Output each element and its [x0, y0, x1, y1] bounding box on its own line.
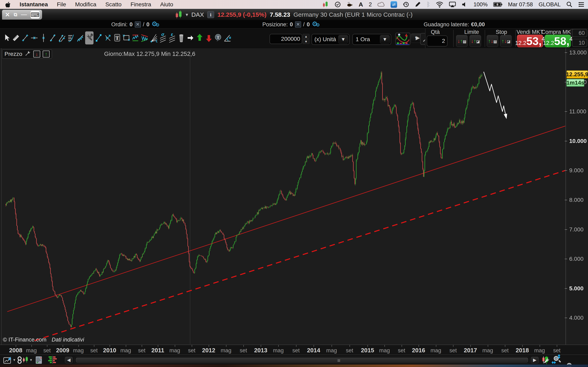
- battery-icon[interactable]: [493, 0, 502, 8]
- volume-icon[interactable]: [462, 0, 468, 8]
- prorealtime-status-icon[interactable]: [322, 0, 329, 8]
- buy-arrow-tool[interactable]: [195, 31, 204, 44]
- sell-limit-order-button[interactable]: ↓↑▤: [456, 35, 467, 47]
- buy-limit-order-button[interactable]: ↓↑◪: [470, 35, 481, 47]
- chart-scrollbar[interactable]: ≡: [75, 357, 529, 363]
- quantity-input[interactable]: 200000: [269, 34, 302, 44]
- price-tick: [565, 259, 567, 259]
- buy-stop-order-icon: ↑↓◪: [502, 38, 510, 44]
- parallel-lines-tool[interactable]: [58, 31, 66, 44]
- text-tool[interactable]: T: [113, 31, 121, 44]
- note-tool[interactable]: T: [214, 31, 222, 44]
- expand-panel-chevron-icon[interactable]: ▶: [416, 35, 420, 41]
- sell-stop-order-button[interactable]: ↑↓▤: [487, 35, 498, 47]
- notification-center-icon[interactable]: [578, 0, 584, 8]
- market-depth-button[interactable]: [48, 356, 57, 364]
- rectangle-tool[interactable]: [122, 31, 130, 44]
- skype-status-icon[interactable]: [335, 0, 341, 8]
- indicator-button[interactable]: [395, 33, 410, 45]
- quick-sell-icon[interactable]: ↓: [33, 50, 40, 58]
- drawing-tools[interactable]: [85, 31, 94, 44]
- instrument-info-icon[interactable]: i: [207, 11, 214, 18]
- bluetooth-icon[interactable]: ᛒ: [426, 0, 430, 8]
- wifi-icon[interactable]: [436, 0, 443, 8]
- continue-arrow-tool[interactable]: [186, 31, 195, 44]
- segment-tool[interactable]: [21, 31, 29, 44]
- time-machine-status-icon[interactable]: [403, 0, 409, 8]
- caffeine-status-icon[interactable]: [346, 0, 353, 8]
- trading-panel: Qtà 2 Limite ↓↑▤ ↓↑◪ Stop ↑↓▤ ↑↓◪ Vendi …: [425, 29, 588, 48]
- time-tick: [557, 345, 557, 347]
- chart-scrollbar-thumb[interactable]: ≡: [76, 358, 528, 363]
- chart-settings-button[interactable]: [541, 356, 550, 364]
- spotlight-search-icon[interactable]: [566, 0, 572, 8]
- cursor-tool[interactable]: [2, 31, 11, 44]
- timeframe-select[interactable]: 1 Ora▼: [352, 34, 391, 45]
- scroll-right-button[interactable]: ▶: [531, 357, 539, 363]
- buy-stop-order-button[interactable]: ↑↓◪: [500, 35, 512, 47]
- instrument-dropdown-chevron-icon[interactable]: ▾: [186, 12, 188, 17]
- year-label: 2014: [307, 347, 320, 354]
- price-tick-label: 11.000: [569, 108, 586, 115]
- report-button[interactable]: [35, 356, 43, 364]
- price-tick-label: 5.000: [569, 285, 584, 292]
- buy-market-button[interactable]: 12.258,4: [545, 35, 571, 47]
- quick-buy-icon[interactable]: ↑: [43, 50, 50, 58]
- time-axis[interactable]: 2008magset2009magset2010magset2011magset…: [0, 345, 588, 355]
- price-axis[interactable]: 12.255,9 1m14s 13.00012.00011.00010.0009…: [566, 48, 588, 345]
- menu-scatto[interactable]: Scatto: [105, 1, 121, 8]
- horizontal-line-tool[interactable]: [30, 31, 38, 44]
- fibonacci-tool[interactable]: [67, 31, 75, 44]
- arrow-line-tool[interactable]: [104, 31, 112, 44]
- creative-cloud-status-icon[interactable]: [378, 0, 385, 8]
- quantity-stepper[interactable]: ▲▼: [303, 34, 310, 44]
- stop-distance-value[interactable]: 60: [572, 29, 587, 37]
- cancel-orders-icon[interactable]: ✕: [135, 21, 141, 27]
- instrument-symbol[interactable]: DAX: [191, 11, 204, 18]
- detach-chart-button[interactable]: ▼: [3, 356, 16, 364]
- sell-market-button[interactable]: 12.253,4: [517, 35, 543, 47]
- triangle-pattern-tool[interactable]: [140, 31, 149, 44]
- angle-tool[interactable]: α: [223, 31, 231, 44]
- ruler-tool[interactable]: [12, 31, 20, 44]
- unit-select[interactable]: (x) Unità▼: [311, 34, 350, 45]
- resize-arrow-tool[interactable]: [94, 31, 103, 44]
- trend-line-tool[interactable]: [48, 31, 57, 44]
- sigma-channel-tool[interactable]: σ: [159, 31, 167, 44]
- channel-zigzag-tool[interactable]: [76, 31, 84, 44]
- unit-select-chevron-icon[interactable]: ▼: [338, 35, 348, 44]
- menu-clock[interactable]: Mar 07:58: [508, 0, 533, 8]
- posizione-settings-gears-icon[interactable]: ⚙⚙: [312, 21, 321, 28]
- year-label: 2009: [56, 347, 69, 354]
- menu-app-name[interactable]: Istantanea: [20, 1, 48, 8]
- limit-distance-input[interactable]: 10: [572, 39, 587, 47]
- pencil-status-icon[interactable]: [415, 0, 421, 8]
- gann-fan-tool[interactable]: G: [149, 31, 158, 44]
- input-source-label[interactable]: GLOBAL: [539, 0, 561, 8]
- ordini-settings-gears-icon[interactable]: ⚙⚙: [151, 21, 160, 28]
- airplay-icon[interactable]: [449, 0, 456, 8]
- price-pane-wrench-icon[interactable]: [25, 50, 31, 58]
- zoom-fit-button[interactable]: [554, 356, 561, 363]
- linked-chart-button[interactable]: ▼: [17, 356, 33, 364]
- delete-drawings-tool[interactable]: [177, 31, 185, 44]
- adobe-status-icon[interactable]: A: [359, 0, 363, 8]
- qty-input[interactable]: 2: [427, 35, 448, 47]
- candlestick-chart[interactable]: [0, 48, 566, 345]
- menu-finestra[interactable]: Finestra: [130, 1, 151, 8]
- teamviewer-status-icon[interactable]: ⇄: [390, 0, 397, 8]
- vertical-line-tool[interactable]: [39, 31, 48, 44]
- posizione-group: Posizione: 0 ✕ / 0 ⚙⚙: [262, 20, 321, 29]
- close-position-icon[interactable]: ✕: [295, 21, 301, 27]
- menu-aiuto[interactable]: Aiuto: [160, 1, 173, 8]
- timeframe-select-chevron-icon[interactable]: ▼: [380, 35, 390, 44]
- menu-file[interactable]: File: [57, 1, 66, 8]
- scroll-left-button[interactable]: ◀: [65, 357, 73, 363]
- apple-menu-icon[interactable]: [5, 0, 11, 8]
- sell-arrow-tool[interactable]: [205, 31, 213, 44]
- svg-text:T: T: [115, 35, 119, 41]
- range-pattern-tool[interactable]: [131, 31, 139, 44]
- menu-modifica[interactable]: Modifica: [75, 1, 96, 8]
- sell-stop-order-icon: ↑↓▤: [488, 38, 497, 44]
- epsilon-channel-tool[interactable]: ε: [168, 31, 176, 44]
